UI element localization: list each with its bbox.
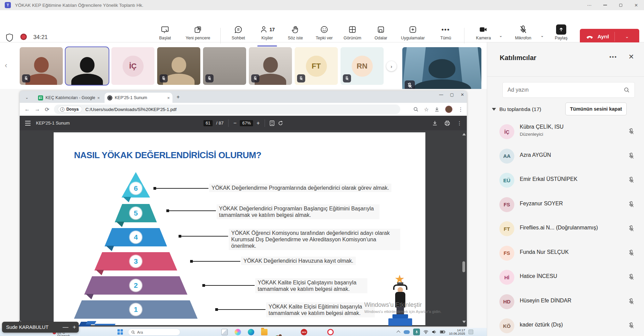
- mute-all-button[interactable]: Tümünün sesini kapat: [565, 102, 627, 115]
- browser-tab-pdf-active[interactable]: KEP'25-1 Sunum ×: [105, 93, 172, 103]
- participant-row[interactable]: EÜ Emir Erkal ÜSTÜNİPEK: [487, 168, 644, 192]
- zoom-icon[interactable]: [413, 107, 419, 112]
- pdf-more-icon[interactable]: ⋮: [457, 120, 462, 126]
- zoom-level-input[interactable]: 67%: [240, 120, 253, 126]
- mic-muted-icon[interactable]: [628, 128, 635, 136]
- wifi-icon[interactable]: [423, 330, 428, 334]
- video-tile[interactable]: [203, 47, 246, 85]
- dev-cpp-button[interactable]: DEV: [301, 329, 307, 335]
- opera-button[interactable]: [327, 329, 334, 335]
- participant-row[interactable]: FS Feyzanur SOYER: [487, 192, 644, 217]
- pdf-menu-icon[interactable]: [25, 121, 31, 126]
- copilot-button[interactable]: [235, 329, 241, 335]
- video-tile[interactable]: [249, 47, 292, 85]
- camera-options-chevron[interactable]: ⌄: [499, 33, 502, 38]
- chrome-close-button[interactable]: ✕: [461, 92, 464, 97]
- file-scheme-chip[interactable]: iDosya: [58, 106, 82, 112]
- participant-row[interactable]: Hİ Hatice İNCESU: [487, 265, 644, 290]
- video-tile[interactable]: [157, 47, 200, 85]
- bookmark-star-icon[interactable]: ☆: [424, 106, 429, 113]
- onedrive-icon[interactable]: [404, 330, 410, 334]
- search-input[interactable]: [508, 87, 624, 93]
- speaker-icon[interactable]: [432, 330, 437, 334]
- download-icon[interactable]: [434, 107, 440, 112]
- new-tab-button[interactable]: +: [177, 94, 180, 100]
- avatar-tile[interactable]: RN: [341, 47, 384, 85]
- mic-muted-icon[interactable]: [628, 322, 635, 331]
- active-mic-tray-icon[interactable]: [413, 329, 420, 335]
- tray-clock[interactable]: 14:1710.06.2025: [449, 329, 465, 336]
- participant-row[interactable]: FS Funda Nur SELÇUK: [487, 241, 644, 265]
- tray-expand-chevron[interactable]: [397, 331, 400, 334]
- participant-row[interactable]: FT Fireflies.ai N... (Doğrulanmamış): [487, 217, 644, 241]
- avatar-tile[interactable]: İÇ: [111, 47, 154, 85]
- mic-muted-icon[interactable]: [628, 201, 635, 209]
- tray-ime-icon[interactable]: [468, 330, 473, 334]
- overlay-minus-button[interactable]: —: [61, 324, 70, 331]
- panel-more-button[interactable]: •••: [609, 54, 617, 60]
- page-number-input[interactable]: 61: [203, 120, 213, 126]
- start-presenting-button[interactable]: Başlat: [150, 24, 180, 45]
- apps-button[interactable]: Uygulamalar: [397, 24, 429, 45]
- tab-close-icon[interactable]: ×: [167, 95, 170, 100]
- task-view-button[interactable]: [221, 329, 228, 335]
- more-actions-button[interactable]: ••• Tümü: [431, 24, 460, 45]
- rotate-icon[interactable]: [278, 120, 283, 126]
- video-tile-active-speaker[interactable]: [66, 47, 109, 85]
- panel-close-button[interactable]: ✕: [628, 53, 634, 61]
- tab-close-icon[interactable]: ×: [97, 95, 100, 100]
- chrome-maximize-button[interactable]: ▢: [450, 92, 454, 97]
- scrollbar-thumb[interactable]: [462, 261, 465, 272]
- mic-muted-icon[interactable]: [628, 176, 635, 185]
- pdf-scrollbar[interactable]: [461, 130, 466, 326]
- window-more-button[interactable]: ⋯: [582, 0, 597, 10]
- video-tile[interactable]: [20, 47, 63, 85]
- rooms-button[interactable]: Odalar: [366, 24, 395, 45]
- overlay-plus-button[interactable]: +: [70, 324, 79, 331]
- print-icon[interactable]: [444, 120, 450, 126]
- leave-button[interactable]: Ayrıl ⌄: [580, 29, 639, 44]
- chat-button[interactable]: Sohbet: [224, 24, 253, 45]
- chrome-minimize-button[interactable]: —: [439, 92, 443, 97]
- raise-hand-button[interactable]: Söz iste: [281, 24, 310, 45]
- address-bar[interactable]: iDosya C:/Users/sude/Downloads/Sİ%20KEP'…: [54, 105, 400, 114]
- mic-muted-icon[interactable]: [628, 152, 635, 161]
- people-button[interactable]: 17 Kişiler: [253, 24, 282, 45]
- battery-icon[interactable]: [440, 330, 445, 334]
- view-button[interactable]: Görünüm: [338, 24, 367, 45]
- fit-page-icon[interactable]: [270, 120, 274, 126]
- scroll-up-icon[interactable]: [462, 133, 466, 135]
- edge-button[interactable]: [248, 329, 254, 335]
- microphone-options-chevron[interactable]: ⌄: [540, 33, 544, 38]
- strip-scroll-right-button[interactable]: ›: [386, 61, 397, 71]
- participant-search-box[interactable]: [502, 82, 635, 98]
- reactions-button[interactable]: Tepki ver: [310, 24, 339, 45]
- window-minimize-button[interactable]: [597, 0, 613, 10]
- chrome-menu-icon[interactable]: ⋮: [458, 106, 463, 113]
- window-close-button[interactable]: ✕: [628, 0, 644, 10]
- file-explorer-button[interactable]: [261, 329, 268, 335]
- strip-scroll-left-button[interactable]: ‹: [5, 61, 7, 70]
- zoom-out-button[interactable]: −: [233, 120, 236, 126]
- scroll-down-icon[interactable]: [462, 321, 466, 323]
- back-icon[interactable]: ←: [24, 106, 30, 112]
- new-window-button[interactable]: Yeni pencere: [182, 24, 214, 45]
- leave-options-chevron[interactable]: ⌄: [615, 34, 639, 39]
- participant-row[interactable]: KÖ kader öztürk (Dış): [487, 314, 644, 336]
- forward-icon[interactable]: →: [35, 106, 40, 112]
- mic-muted-icon[interactable]: [628, 249, 635, 258]
- avatar-tile[interactable]: FT: [295, 47, 338, 85]
- mic-muted-icon[interactable]: [628, 298, 635, 306]
- mic-muted-icon[interactable]: [628, 225, 635, 234]
- start-button[interactable]: [117, 329, 123, 335]
- participant-row[interactable]: HD Hüseyin Efe DİNDAR: [487, 290, 644, 314]
- spotlight-video-tile[interactable]: [402, 47, 481, 93]
- reload-icon[interactable]: ⟳: [45, 106, 49, 113]
- taskbar-search[interactable]: Ara: [128, 329, 180, 335]
- participant-row[interactable]: İÇ Kübra ÇELİK, ISU Düzenleyici: [487, 119, 644, 144]
- section-collapse-icon[interactable]: [492, 108, 496, 111]
- mic-muted-icon[interactable]: [628, 274, 635, 282]
- browser-tab-sheets[interactable]: KEÇ Katılımcıları - Google E-Tab ×: [35, 93, 103, 103]
- tab-search-chevron[interactable]: ⌄: [23, 94, 31, 101]
- pdf-download-icon[interactable]: [432, 120, 438, 126]
